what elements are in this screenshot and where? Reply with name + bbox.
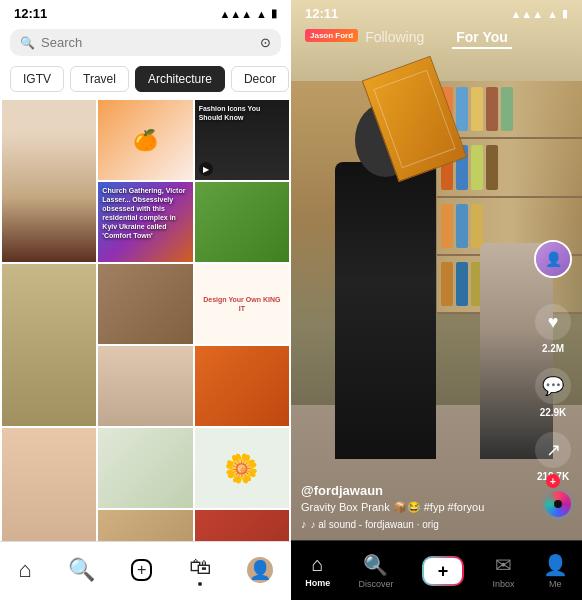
ig-photo-grid: Fashion Icons You Should Know ▶ Church G… <box>0 98 291 541</box>
follow-plus: + <box>546 474 560 488</box>
like-count: 2.2M <box>542 343 564 354</box>
camera-icon[interactable]: ⊙ <box>260 35 271 50</box>
tt-home-icon: ⌂ <box>312 553 324 576</box>
grid-item-food[interactable] <box>98 100 192 180</box>
grid-item-extra1[interactable] <box>98 510 192 541</box>
grid-caption-fashion: Fashion Icons You Should Know <box>199 104 285 122</box>
tt-me-icon: 👤 <box>543 553 568 577</box>
tt-nav-create[interactable]: + <box>422 556 465 586</box>
tt-description: Gravity Box Prank 📦😂 #fyp #foryou <box>301 501 522 514</box>
tt-status-bar: 12:11 ▲▲▲ ▲ ▮ <box>291 0 582 25</box>
home-icon: ⌂ <box>18 557 31 583</box>
grid-item-extra2[interactable] <box>195 510 289 541</box>
tt-nav-tabs: Jason Ford Following For You <box>291 25 582 55</box>
category-igtv[interactable]: IGTV <box>10 66 64 92</box>
search-input[interactable] <box>41 35 254 50</box>
shelf-item <box>456 262 468 306</box>
tt-battery-icon: ▮ <box>562 7 568 20</box>
ig-search-bar[interactable]: 🔍 ⊙ <box>10 29 281 56</box>
grid-item-colorful2[interactable] <box>195 346 289 426</box>
category-travel[interactable]: Travel <box>70 66 129 92</box>
shelf-item <box>486 87 498 131</box>
play-icon: ▶ <box>199 162 213 176</box>
grid-item-colorful[interactable]: Church Gathering, Victor Lasser... Obses… <box>98 182 192 262</box>
tt-bottom-nav: ⌂ Home 🔍 Discover + ✉ Inbox 👤 Me <box>291 540 582 600</box>
tt-inbox-icon: ✉ <box>495 553 512 577</box>
wifi-icon: ▲ <box>256 8 267 20</box>
ig-nav-home[interactable]: ⌂ <box>10 553 39 587</box>
tt-nav-inbox-label: Inbox <box>493 579 515 589</box>
tt-comment-button[interactable]: 💬 22.9K <box>535 368 571 418</box>
shelf-item <box>441 204 453 248</box>
grid-item-dress[interactable] <box>2 100 96 262</box>
grid-item-fashion[interactable]: Fashion Icons You Should Know ▶ <box>195 100 289 180</box>
tt-wifi-icon: ▲ <box>547 8 558 20</box>
search-nav-icon: 🔍 <box>68 557 95 583</box>
ig-nav-profile[interactable]: 👤 <box>239 553 281 587</box>
ig-nav-add[interactable]: + <box>123 555 160 585</box>
tt-sound-name: ♪ al sound - fordjawaun · orig <box>311 519 439 530</box>
grid-item-drawing[interactable]: Design Your Own KING IT <box>195 264 289 344</box>
comment-icon: 💬 <box>535 368 571 404</box>
ig-status-icons: ▲▲▲ ▲ ▮ <box>219 7 277 20</box>
grid-item-green[interactable] <box>195 182 289 262</box>
ig-nav-shop[interactable]: 🛍 <box>181 550 219 590</box>
ig-status-bar: 12:11 ▲▲▲ ▲ ▮ <box>0 0 291 25</box>
tt-right-actions: 👤 + ♥ 2.2M 💬 22.9K ↗ 218.7K <box>534 240 572 482</box>
tt-description-text: Gravity Box Prank 📦😂 #fyp #foryou <box>301 501 484 513</box>
shelf-item <box>441 262 453 306</box>
comment-count: 22.9K <box>540 407 567 418</box>
grid-item-skin[interactable] <box>2 428 96 541</box>
shelf-item <box>471 87 483 131</box>
tiktok-panel: 12:11 ▲▲▲ ▲ ▮ Jason Ford Following For Y… <box>291 0 582 600</box>
profile-icon: 👤 <box>247 557 273 583</box>
avatar-image: 👤 <box>536 242 570 276</box>
tt-nav-home-label: Home <box>305 578 330 588</box>
ig-bottom-nav: ⌂ 🔍 + 🛍 👤 <box>0 541 291 600</box>
ig-time: 12:11 <box>14 6 47 21</box>
grid-caption-colorful: Church Gathering, Victor Lasser... Obses… <box>102 186 188 241</box>
tt-like-button[interactable]: ♥ 2.2M <box>535 304 571 354</box>
tt-time: 12:11 <box>305 6 338 21</box>
grid-item-handbag[interactable] <box>98 264 192 344</box>
shop-icon: 🛍 <box>189 554 211 580</box>
add-icon: + <box>131 559 152 581</box>
tt-nav-discover[interactable]: 🔍 Discover <box>358 553 393 589</box>
tt-music-disc <box>542 488 574 520</box>
grid-item-flower[interactable] <box>195 428 289 508</box>
tt-add-button-inner: + <box>424 558 463 584</box>
ig-nav-search[interactable]: 🔍 <box>60 553 103 587</box>
instagram-panel: 12:11 ▲▲▲ ▲ ▮ 🔍 ⊙ IGTV Travel Architectu… <box>0 0 291 600</box>
person-main <box>335 162 437 459</box>
shelf-item <box>501 87 513 131</box>
battery-icon: ▮ <box>271 7 277 20</box>
active-dot <box>198 582 202 586</box>
tt-sound-info[interactable]: ♪ ♪ al sound - fordjawaun · orig <box>301 518 522 530</box>
shelf-row-1 <box>437 81 583 139</box>
grid-caption-drawing: Design Your Own KING IT <box>199 295 284 313</box>
ig-categories: IGTV Travel Architecture Decor <box>0 60 291 98</box>
tt-video-info: @fordjawaun Gravity Box Prank 📦😂 #fyp #f… <box>301 483 522 530</box>
grid-item-person2[interactable] <box>98 346 192 426</box>
category-architecture[interactable]: Architecture <box>135 66 225 92</box>
shelf-item <box>471 204 483 248</box>
share-icon: ↗ <box>535 432 571 468</box>
tt-username[interactable]: @fordjawaun <box>301 483 522 498</box>
category-decor[interactable]: Decor <box>231 66 289 92</box>
avatar-circle: 👤 <box>534 240 572 278</box>
tt-tab-foryou[interactable]: For You <box>452 27 512 49</box>
tt-tab-following[interactable]: Following <box>361 27 428 49</box>
grid-item-room[interactable] <box>2 264 96 426</box>
tt-creator-avatar[interactable]: 👤 + <box>534 240 572 278</box>
signal-icon: ▲▲▲ <box>219 8 252 20</box>
tt-add-button-outer: + <box>422 556 465 586</box>
shelf-item <box>456 87 468 131</box>
shelf-item <box>471 145 483 189</box>
shelf-item <box>456 204 468 248</box>
tt-nav-inbox[interactable]: ✉ Inbox <box>493 553 515 589</box>
tt-nav-me[interactable]: 👤 Me <box>543 553 568 589</box>
music-note-icon: ♪ <box>301 518 307 530</box>
tt-live-badge: Jason Ford <box>305 29 358 42</box>
grid-item-plant[interactable] <box>98 428 192 508</box>
tt-nav-home[interactable]: ⌂ Home <box>305 553 330 588</box>
